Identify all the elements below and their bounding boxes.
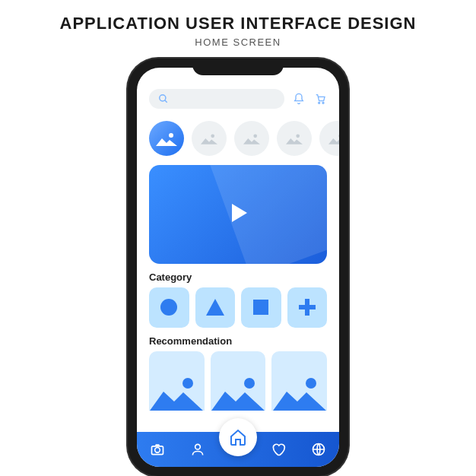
recommendation-item[interactable] xyxy=(211,351,266,411)
svg-point-15 xyxy=(306,378,316,389)
page-title: APPLICATION USER INTERFACE DESIGN xyxy=(60,14,417,33)
svg-rect-12 xyxy=(299,305,316,309)
recommendation-item[interactable] xyxy=(271,351,327,411)
phone-frame: Category Recommendation xyxy=(128,59,348,476)
bottom-nav xyxy=(137,432,339,467)
page-subtitle: HOME SCREEN xyxy=(195,36,281,48)
story-item[interactable] xyxy=(319,121,339,156)
category-square[interactable] xyxy=(241,287,281,328)
nav-profile[interactable] xyxy=(189,440,207,459)
video-card[interactable] xyxy=(149,165,327,264)
svg-point-18 xyxy=(195,444,200,449)
play-icon xyxy=(221,196,255,233)
category-heading: Category xyxy=(137,271,339,287)
cart-icon[interactable] xyxy=(313,92,327,106)
svg-point-4 xyxy=(169,133,173,138)
story-item[interactable] xyxy=(277,121,312,156)
bell-icon[interactable] xyxy=(292,92,306,106)
svg-point-2 xyxy=(319,102,320,103)
svg-point-13 xyxy=(182,378,193,389)
svg-point-8 xyxy=(338,135,339,138)
svg-line-1 xyxy=(165,100,167,103)
category-triangle[interactable] xyxy=(195,287,236,328)
nav-globe[interactable] xyxy=(309,440,328,459)
svg-point-7 xyxy=(296,135,300,138)
svg-point-14 xyxy=(244,378,255,389)
search-input[interactable] xyxy=(149,89,284,109)
category-row xyxy=(137,287,339,335)
nav-home-button[interactable] xyxy=(219,418,257,456)
category-cross[interactable] xyxy=(287,287,328,328)
svg-point-0 xyxy=(160,95,166,101)
svg-point-3 xyxy=(322,102,324,103)
stories-row xyxy=(137,116,339,165)
category-circle[interactable] xyxy=(149,287,189,328)
svg-rect-10 xyxy=(253,300,268,315)
story-item[interactable] xyxy=(192,121,227,156)
phone-notch xyxy=(192,59,284,75)
recommendation-item[interactable] xyxy=(149,351,205,411)
story-item-active[interactable] xyxy=(149,121,184,156)
story-item[interactable] xyxy=(234,121,269,156)
svg-point-9 xyxy=(160,299,177,316)
svg-point-6 xyxy=(253,135,257,138)
recommendation-heading: Recommendation xyxy=(137,335,339,351)
search-icon xyxy=(157,92,170,106)
svg-point-5 xyxy=(211,135,214,138)
svg-point-17 xyxy=(154,448,160,453)
screen: Category Recommendation xyxy=(137,68,339,467)
nav-favorites[interactable] xyxy=(269,440,287,459)
nav-camera[interactable] xyxy=(148,440,167,459)
